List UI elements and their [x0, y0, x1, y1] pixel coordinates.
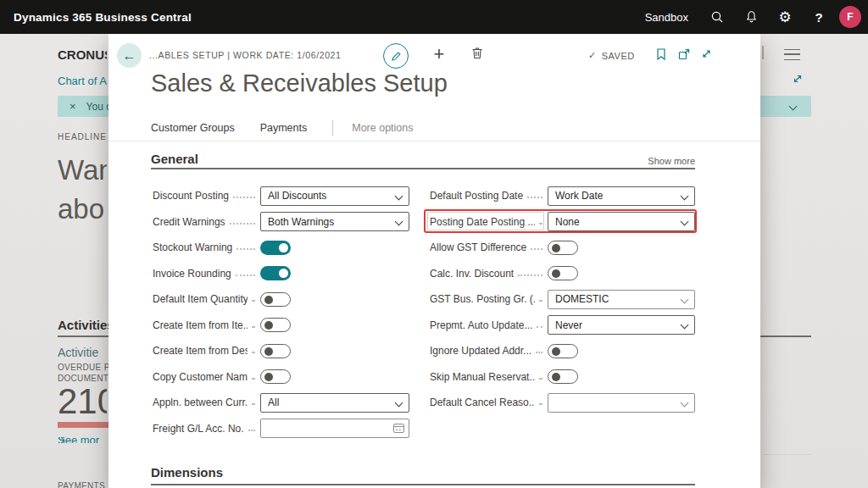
- payments-caption: PAYMENTS: [58, 481, 108, 488]
- chevron-down-icon: [681, 191, 689, 200]
- check-icon: ✓: [588, 50, 597, 61]
- field-row-discount-posting: Discount PostingAll Discounts: [153, 183, 409, 209]
- chevron-down-icon: [395, 218, 403, 226]
- edit-button[interactable]: [383, 43, 409, 69]
- toggle-create-item-from-ite[interactable]: [260, 318, 291, 332]
- toggle-calc-inv-discount[interactable]: [548, 266, 578, 280]
- toggle-allow-gst-difference[interactable]: [548, 241, 578, 255]
- new-button[interactable]: +: [429, 42, 449, 66]
- field-value: Never: [555, 319, 582, 331]
- show-more-link[interactable]: Show more: [648, 156, 695, 166]
- breadcrumb: ...ABLES SETUP | WORK DATE: 1/06/2021: [149, 50, 341, 60]
- field-row-allow-gst-difference: Allow GST Difference: [430, 235, 695, 261]
- chevron-down-icon[interactable]: [789, 103, 798, 111]
- field-label: Prepmt. Auto Update...: [430, 319, 548, 331]
- open-in-window-icon[interactable]: [678, 48, 690, 60]
- dotted-leader: [233, 197, 255, 198]
- select-appln-between-curr[interactable]: All: [260, 393, 409, 413]
- lookup-icon[interactable]: [393, 424, 404, 433]
- tab-payments[interactable]: Payments: [260, 122, 308, 134]
- topbar: Dynamics 365 Business Central Sandbox ⚙ …: [0, 0, 868, 34]
- field-label: Discount Posting: [153, 190, 260, 202]
- select-prepmt-auto-update[interactable]: Never: [548, 315, 695, 335]
- more-options-menu[interactable]: More options: [352, 122, 413, 134]
- field-label: Invoice Rounding: [153, 268, 260, 280]
- chevron-down-icon: [395, 191, 403, 200]
- kpi-value[interactable]: 210: [58, 381, 107, 422]
- field-control: [548, 369, 695, 384]
- search-icon[interactable]: [700, 0, 734, 34]
- toggle-knob: [552, 373, 560, 381]
- select-credit-warnings[interactable]: Both Warnings: [260, 212, 409, 231]
- action-tabs: Customer GroupsPaymentsMore options: [151, 120, 414, 136]
- toggle-stockout-warning[interactable]: [260, 241, 291, 255]
- toggle-knob: [552, 244, 560, 252]
- toggle-skip-manual-reservat[interactable]: [548, 369, 578, 384]
- chevron-down-icon: [681, 398, 689, 407]
- notifications-icon[interactable]: [734, 0, 768, 34]
- expand-icon[interactable]: [701, 48, 712, 59]
- field-value: Both Warnings: [268, 216, 334, 228]
- field-control: [548, 393, 695, 413]
- activities-section-title: Activities: [58, 318, 108, 332]
- activities-tile-group[interactable]: Activitie: [58, 346, 108, 359]
- field-label: Skip Manual Reservat...: [430, 371, 548, 383]
- field-label-text: GST Bus. Posting Gr. (...: [430, 293, 535, 305]
- field-control: [260, 419, 409, 438]
- bookmark-icon[interactable]: [656, 48, 666, 60]
- field-label-text: Credit Warnings: [153, 216, 225, 228]
- field-row-invoice-rounding: Invoice Rounding: [153, 261, 409, 287]
- select-discount-posting[interactable]: All Discounts: [260, 186, 409, 206]
- combobox-default-cancel-reaso[interactable]: [548, 393, 695, 413]
- combobox-gst-bus-posting-gr[interactable]: DOMESTIC: [548, 290, 695, 309]
- toggle-knob: [279, 243, 288, 252]
- select-posting-date-posting[interactable]: None: [548, 212, 695, 231]
- field-row-stockout-warning: Stockout Warning: [153, 235, 409, 261]
- see-more-link[interactable]: See mor: [58, 437, 108, 443]
- field-control: [260, 266, 409, 280]
- field-label: Default Item Quantity: [153, 293, 260, 305]
- settings-gear-icon[interactable]: ⚙: [768, 0, 802, 34]
- dotted-leader: [248, 430, 255, 431]
- general-left-column: Discount PostingAll DiscountsCredit Warn…: [153, 183, 409, 441]
- see-more-text: See mor: [58, 437, 99, 443]
- field-label: Create Item from Ite...: [153, 319, 260, 331]
- close-icon[interactable]: ×: [70, 100, 76, 113]
- tab-customer-groups[interactable]: Customer Groups: [151, 122, 235, 134]
- field-row-appln-between-curr: Appln. between Curr...All: [153, 390, 409, 416]
- chevron-down-icon: [681, 321, 689, 330]
- environment-label[interactable]: Sandbox: [645, 11, 688, 24]
- toggle-ignore-updated-addr[interactable]: [548, 344, 578, 358]
- field-row-copy-customer-nam: Copy Customer Nam...: [153, 364, 409, 391]
- field-value: DOMESTIC: [555, 293, 609, 305]
- field-label-text: Create Item from Des...: [153, 345, 248, 357]
- dotted-leader: [539, 403, 542, 405]
- field-label-text: Stockout Warning: [153, 241, 232, 253]
- toggle-invoice-rounding[interactable]: [260, 266, 291, 280]
- field-label: Copy Customer Nam...: [153, 371, 260, 383]
- company-name[interactable]: CRONUS: [58, 47, 107, 62]
- field-label: Posting Date Posting ...: [430, 216, 548, 228]
- field-row-freight-g-l-acc-no: Freight G/L Acc. No.: [153, 416, 409, 442]
- chart-of-accounts-link[interactable]: Chart of A: [58, 75, 107, 87]
- field-label-text: Appln. between Curr...: [153, 396, 248, 408]
- help-icon[interactable]: ?: [802, 0, 836, 34]
- hamburger-menu-icon[interactable]: [784, 49, 800, 60]
- delete-button[interactable]: [471, 47, 483, 59]
- user-avatar[interactable]: F: [839, 6, 861, 28]
- toggle-copy-customer-nam[interactable]: [260, 369, 291, 384]
- select-default-posting-date[interactable]: Work Date: [548, 186, 695, 206]
- headline-label: HEADLINE: [58, 132, 107, 141]
- dotted-leader: [252, 300, 255, 302]
- toggle-default-item-quantity[interactable]: [260, 292, 291, 307]
- field-row-gst-bus-posting-gr: GST Bus. Posting Gr. (...DOMESTIC: [430, 286, 695, 313]
- input-freight-g-l-acc-no[interactable]: [260, 419, 409, 438]
- dotted-leader: [252, 326, 255, 328]
- app-title[interactable]: Dynamics 365 Business Central: [14, 11, 192, 24]
- field-label-text: Prepmt. Auto Update...: [430, 319, 532, 331]
- chevron-down-icon: [681, 295, 689, 303]
- dotted-leader: [252, 352, 255, 353]
- toggle-create-item-from-des[interactable]: [260, 344, 291, 358]
- dotted-leader: [531, 248, 542, 250]
- back-button[interactable]: ←: [117, 43, 142, 68]
